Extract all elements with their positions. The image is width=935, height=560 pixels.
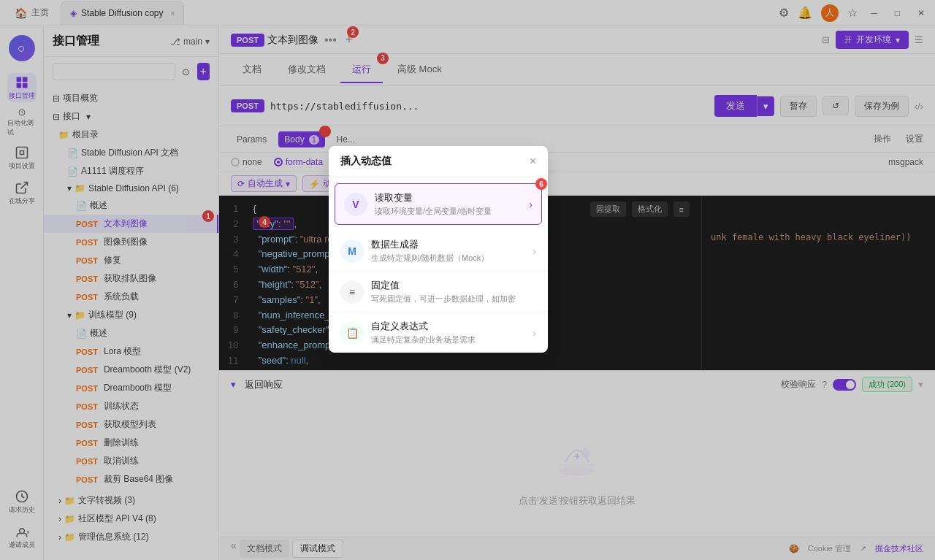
list-item[interactable]: POST Dreambooth 模型	[44, 379, 218, 397]
custom-expr-item[interactable]: 📋 自定义表达式 满足特定复杂的业务场景需求 ›	[329, 312, 548, 353]
list-item[interactable]: POST 系统负载	[44, 288, 218, 306]
extract-btn[interactable]: 固提取	[590, 202, 626, 217]
sidebar-item-settings[interactable]: 项目设置	[7, 143, 37, 172]
project-overview-label: 项目概览	[63, 92, 98, 104]
sidebar-item-interface[interactable]: 接口管理	[7, 73, 37, 102]
tab-headers[interactable]: He...	[331, 131, 361, 147]
filter-btn[interactable]: ⊙	[180, 63, 193, 80]
interface-label-item[interactable]: ⊟ 接口 ▾	[44, 107, 218, 126]
text-to-video-folder[interactable]: › 📁 文字转视频 (3)	[44, 491, 218, 510]
maximize-btn[interactable]: □	[890, 8, 904, 18]
bell-icon[interactable]: 🔔	[798, 6, 812, 20]
tab-params[interactable]: Params	[231, 131, 272, 147]
tab-body[interactable]: Body 1	[278, 131, 324, 147]
tab-plus-area[interactable]: + 2	[346, 32, 354, 47]
list-item[interactable]: 📄 A1111 调度程序	[44, 162, 218, 180]
form-data-option[interactable]: form-data	[274, 157, 323, 167]
list-item[interactable]: POST 取消训练	[44, 452, 218, 470]
mgmt-system-folder[interactable]: › 📁 管理信息系统 (12)	[44, 528, 218, 546]
stable-diffusion-icon: ◈	[70, 8, 77, 18]
branch-selector[interactable]: ⎇ main ▾	[170, 37, 210, 47]
list-item[interactable]: POST 修复	[44, 251, 218, 269]
add-btn[interactable]: +	[197, 63, 210, 80]
train-model-folder[interactable]: ▾ 📁 训练模型 (9)	[44, 306, 218, 324]
response-header[interactable]: ▾ 返回响应 校验响应 ? 成功 (200) ▾	[219, 371, 935, 398]
custom-expr-arrow: ›	[533, 327, 536, 339]
auto-generate-btn[interactable]: ⟳ 自动生成 ▾	[231, 175, 297, 192]
juejin-link[interactable]: 掘金技术社区	[875, 543, 923, 554]
list-item[interactable]: POST 删除训练	[44, 434, 218, 452]
tab-docs[interactable]: 文档	[231, 57, 273, 83]
stable-diffusion-api-folder[interactable]: ▾ 📁 Stable Diffusion API (6)	[44, 180, 218, 196]
folder-icon: 📁	[64, 496, 75, 506]
read-variable-item[interactable]: V 读取变量 读取环境变量/全局变量/临时变量 › 6	[335, 183, 542, 225]
autotest-label: 自动化测试	[7, 118, 37, 137]
validate-toggle[interactable]	[833, 379, 856, 391]
more-btn[interactable]: ≡	[673, 202, 690, 217]
tab-run[interactable]: 运行 3	[340, 57, 383, 83]
list-item[interactable]: POST 裁剪 Base64 图像	[44, 470, 218, 488]
doc-mode-btn[interactable]: 文档模式	[240, 540, 289, 558]
home-tab[interactable]: 🏠 主页	[6, 1, 58, 25]
sidebar-item-invite[interactable]: 邀请成员	[7, 522, 37, 551]
sidebar-item-history[interactable]: 请求历史	[7, 487, 37, 516]
tab-close-btn[interactable]: ×	[171, 9, 175, 18]
star-icon[interactable]: ☆	[847, 6, 858, 20]
modal-close-btn[interactable]: ×	[530, 155, 536, 168]
wenben-daotuxiang-item[interactable]: POST 文本到图像 1	[44, 215, 218, 233]
code-view-icon[interactable]: ‹/›	[915, 101, 923, 112]
fixed-value-item[interactable]: ≡ 固定值 写死固定值，可进一步数据处理，如加密	[329, 272, 548, 312]
list-item[interactable]: POST 训练状态	[44, 397, 218, 415]
right-code-panel: unk female with heavy black eyeliner)) •…	[701, 196, 935, 370]
list-item[interactable]: POST 获取模型列表	[44, 415, 218, 434]
left-arrows-icon[interactable]: «	[231, 540, 237, 558]
format-btn[interactable]: 格式化	[632, 202, 668, 217]
root-dir-folder[interactable]: 📁 根目录	[44, 126, 218, 144]
sidebar-item-share[interactable]: 在线分享	[7, 178, 37, 207]
list-item[interactable]: POST Dreambooth 模型 (V2)	[44, 361, 218, 379]
project-overview-item[interactable]: ⊟ 项目概览	[44, 89, 218, 107]
save-temp-button[interactable]: 暂存	[780, 96, 817, 117]
collapse-icon[interactable]: ⊟	[822, 34, 830, 45]
list-item[interactable]: 📄 Stable Diffusion API 文档	[44, 144, 218, 162]
custom-expr-icon: 📋	[340, 321, 364, 345]
refresh-button[interactable]: ↺	[823, 96, 849, 115]
sidebar-item-autotest[interactable]: 自动化测试	[7, 108, 37, 137]
list-item[interactable]: 📄 概述	[44, 324, 218, 342]
debug-mode-btn[interactable]: 调试模式	[292, 540, 343, 558]
list-item[interactable]: POST 获取排队图像	[44, 269, 218, 288]
read-var-title: 读取变量	[375, 191, 522, 204]
cookie-label[interactable]: Cookie 管理	[808, 543, 851, 554]
list-item[interactable]: 📄 概述	[44, 196, 218, 215]
tab-mock[interactable]: 高级 Mock	[386, 57, 454, 83]
folder-label: Stable Diffusion API (6)	[88, 183, 179, 193]
settings-icon[interactable]: ⚙	[779, 6, 789, 20]
item-label: Lora 模型	[104, 345, 141, 358]
post-method-badge: POST	[76, 220, 98, 229]
search-input[interactable]	[53, 63, 175, 80]
save-example-button[interactable]: 保存为例	[855, 96, 909, 117]
list-item[interactable]: POST Lora 模型	[44, 342, 218, 361]
fixed-val-icon: ≡	[340, 280, 364, 304]
none-option[interactable]: none	[231, 157, 262, 167]
dot-dot-dot-icon[interactable]: •••	[324, 34, 337, 47]
env-selector[interactable]: 开 开发环境 ▾	[836, 31, 909, 49]
close-btn[interactable]: ✕	[913, 8, 929, 18]
community-api-folder[interactable]: › 📁 社区模型 API V4 (8)	[44, 510, 218, 528]
send-button[interactable]: 发送	[714, 95, 757, 117]
help-icon[interactable]: ?	[822, 379, 827, 390]
menu-icon[interactable]: ☰	[915, 34, 923, 45]
top-right-actions: ⊟ 开 开发环境 ▾ ☰	[822, 31, 923, 49]
list-item[interactable]: POST 图像到图像	[44, 233, 218, 251]
doc-icon: 📄	[67, 166, 78, 177]
data-gen-icon: M	[340, 239, 364, 263]
avatar[interactable]: 人	[821, 4, 839, 22]
chevron-down-icon[interactable]: ▾	[918, 379, 923, 390]
send-dropdown-button[interactable]: ▾	[757, 96, 774, 116]
minimize-btn[interactable]: ─	[866, 8, 882, 18]
data-generator-item[interactable]: M 数据生成器 生成特定规则/随机数据（Mock） ›	[329, 231, 548, 272]
bottom-bar: « 文档模式 调试模式 🍪 Cookie 管理 ↗ 掘金技术社区	[219, 537, 935, 560]
tab-modify-docs[interactable]: 修改文档	[276, 57, 337, 83]
step-3-badge: 3	[377, 53, 389, 64]
active-tab[interactable]: ◈ Stable Diffusion copy ×	[61, 1, 184, 25]
